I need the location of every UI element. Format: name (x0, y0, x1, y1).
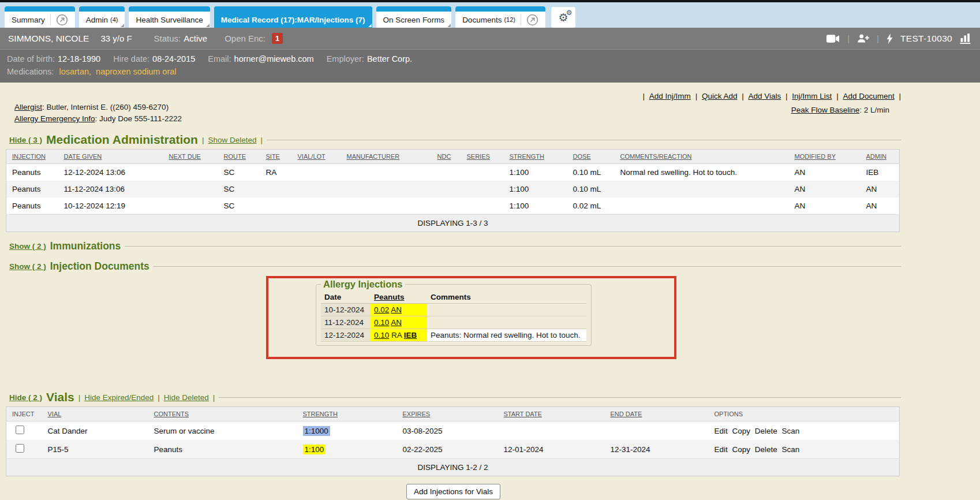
col-end-date[interactable]: END DATE (611, 411, 642, 417)
inj-imm-list-link[interactable]: Inj/Imm List (792, 92, 832, 100)
col-start-date[interactable]: START DATE (504, 411, 542, 417)
inject-checkbox[interactable] (16, 444, 24, 453)
col-dose[interactable]: DOSE (573, 153, 591, 160)
hide-expired-ended-link[interactable]: Hide Expired/Ended (84, 393, 154, 402)
bar-chart-icon[interactable] (960, 33, 972, 44)
video-camera-icon[interactable] (826, 35, 840, 43)
lightning-bolt-icon[interactable] (887, 33, 893, 44)
table-row[interactable]: Peanuts12-12-2024 13:06SCRA1:1000.10 mLN… (6, 164, 900, 181)
open-enc-label: Open Enc: (225, 33, 265, 43)
open-encounter-badge[interactable]: 1 (272, 33, 283, 44)
peak-flow-value: : 2 L/min (859, 106, 889, 114)
col-peanuts[interactable]: Peanuts (371, 291, 427, 304)
table-row: 10-12-2024 0.02 AN (321, 304, 586, 316)
tab-admin-count: (4) (110, 16, 118, 23)
quick-add-link[interactable]: Quick Add (702, 92, 738, 100)
table-row[interactable]: Peanuts10-12-2024 12:19SC1:1000.02 mLANA… (6, 197, 900, 215)
tab-health-surveillance[interactable]: Health Surveillance (129, 6, 210, 28)
hire-date-label: Hire date: (113, 54, 149, 64)
immunizations-title: Immunizations (50, 240, 121, 252)
dose-link[interactable]: 0.02 (374, 305, 389, 314)
allergy-emergency-info-link[interactable]: Allergy Emergency Info (14, 114, 95, 123)
table-header-row: INJECTION DATE GIVEN NEXT DUE ROUTE SITE… (6, 150, 900, 164)
add-inj-imm-link[interactable]: Add Inj/Imm (649, 92, 691, 100)
tab-documents-count: (12) (504, 16, 515, 23)
dob-label: Date of birth: (7, 54, 55, 64)
col-admin[interactable]: ADMIN (866, 153, 887, 160)
tab-admin[interactable]: Admin (4) (79, 6, 125, 28)
col-modified-by[interactable]: MODIFIED BY (795, 153, 836, 160)
col-expires[interactable]: EXPIRES (403, 411, 431, 417)
col-manufacturer[interactable]: MANUFACTURER (347, 153, 400, 160)
col-site[interactable]: SITE (266, 153, 280, 160)
initials-link[interactable]: AN (391, 305, 402, 314)
col-contents[interactable]: CONTENTS (154, 411, 189, 417)
col-next-due[interactable]: NEXT DUE (169, 153, 201, 160)
table-row: 12-12-2024 0.10 RA IEB Peanuts: Normal r… (321, 329, 586, 342)
tab-on-screen-forms[interactable]: On Screen Forms (376, 6, 452, 28)
popout-icon[interactable] (526, 14, 538, 26)
peak-flow-baseline-link[interactable]: Peak Flow Baseline (791, 106, 860, 114)
gears-icon: ⚙⚙ (558, 12, 568, 23)
scan-link[interactable]: Scan (782, 427, 800, 435)
tab-on-screen-forms-label: On Screen Forms (383, 16, 445, 24)
add-injections-for-vials-button[interactable]: Add Injections for Vials (406, 484, 500, 499)
col-series[interactable]: SERIES (467, 153, 490, 160)
col-route[interactable]: ROUTE (224, 153, 246, 160)
col-injection[interactable]: INJECTION (12, 153, 46, 160)
peak-flow-baseline: Peak Flow Baseline: 2 L/min (791, 106, 889, 114)
med-admin-hide-toggle[interactable]: Hide ( 3 ) (9, 136, 42, 144)
medication-link[interactable]: losartan (59, 67, 89, 76)
col-vial[interactable]: VIAL (48, 411, 62, 417)
tab-medical-record[interactable]: Medical Record (17):MAR/Injections (7) (214, 6, 372, 28)
col-strength[interactable]: STRENGTH (510, 153, 545, 160)
main-content: | Add Inj/Imm | Quick Add | Add Vials | … (0, 83, 980, 500)
medication-administration-table: INJECTION DATE GIVEN NEXT DUE ROUTE SITE… (6, 149, 900, 232)
initials-link[interactable]: IEB (404, 331, 417, 339)
copy-link[interactable]: Copy (732, 427, 751, 435)
settings-button[interactable]: ⚙⚙ (551, 7, 575, 28)
popout-icon[interactable] (56, 14, 68, 26)
edit-link[interactable]: Edit (715, 445, 728, 454)
col-strength[interactable]: STRENGTH (303, 411, 338, 417)
copy-link[interactable]: Copy (732, 445, 751, 454)
dose-link[interactable]: 0.10 (374, 318, 389, 327)
initials-link[interactable]: AN (391, 318, 402, 327)
col-date-given[interactable]: DATE GIVEN (64, 153, 102, 160)
tab-documents-label: Documents (462, 16, 502, 24)
add-document-link[interactable]: Add Document (843, 92, 894, 100)
medication-link[interactable]: naproxen sodium oral (96, 67, 176, 76)
add-vials-link[interactable]: Add Vials (749, 92, 781, 100)
add-user-icon[interactable] (857, 34, 869, 43)
tab-medical-record-label: Medical Record (17):MAR/Injections (7) (221, 16, 365, 24)
tab-summary[interactable]: Summary (5, 6, 75, 28)
strength-highlight: 1:100 (303, 445, 326, 454)
vials-header: Hide ( 2 ) Vials | Hide Expired/Ended | … (9, 390, 901, 404)
employer-label: Employer: (327, 54, 364, 64)
tab-admin-label: Admin (86, 16, 108, 24)
hire-date-value: 08-24-2015 (152, 54, 195, 64)
table-row[interactable]: Peanuts11-12-2024 13:06SC1:1000.10 mLANA… (6, 181, 900, 197)
medications-line: Medications: losartan, naproxen sodium o… (7, 65, 973, 78)
show-deleted-link[interactable]: Show Deleted (208, 136, 256, 144)
hide-deleted-link[interactable]: Hide Deleted (164, 393, 209, 402)
tab-health-surveillance-label: Health Surveillance (136, 16, 203, 24)
vials-hide-toggle[interactable]: Hide ( 2 ) (9, 393, 42, 402)
patient-name: SIMMONS, NICOLE (8, 33, 89, 44)
tab-documents[interactable]: Documents (12) (455, 6, 545, 28)
dose-link[interactable]: 0.10 (374, 331, 389, 339)
immunizations-show-toggle[interactable]: Show ( 2 ) (9, 242, 46, 251)
scan-link[interactable]: Scan (782, 445, 800, 454)
col-comments-reaction[interactable]: COMMENTS/REACTION (620, 153, 692, 160)
delete-link[interactable]: Delete (755, 427, 777, 435)
injection-documents-show-toggle[interactable]: Show ( 2 ) (9, 262, 46, 271)
table-header-row: Date Peanuts Comments (321, 291, 586, 304)
delete-link[interactable]: Delete (755, 445, 777, 454)
col-ndc[interactable]: NDC (437, 153, 451, 160)
allergist-link[interactable]: Allergist (14, 103, 42, 111)
inject-checkbox[interactable] (16, 426, 24, 434)
col-options: OPTIONS (709, 407, 900, 421)
edit-link[interactable]: Edit (715, 427, 728, 435)
paging-status: DISPLAYING 1-2 / 2 (6, 459, 900, 476)
col-vial-lot[interactable]: VIAL/LOT (298, 153, 326, 160)
